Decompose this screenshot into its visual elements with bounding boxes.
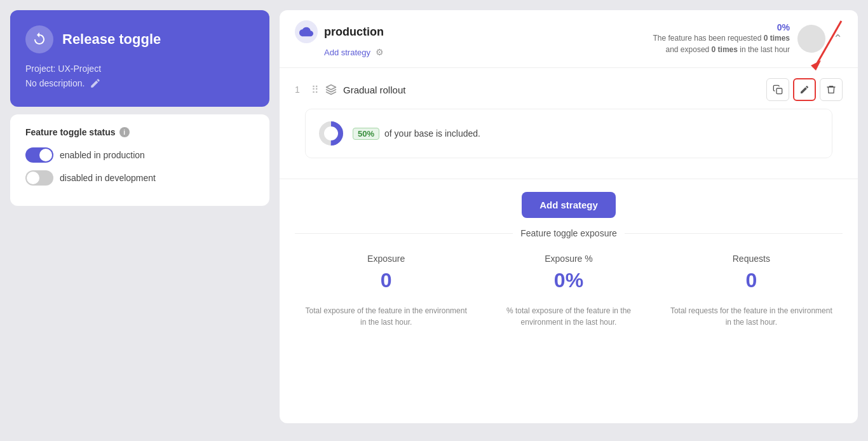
description-row: No description. bbox=[25, 78, 254, 89]
refresh-icon-circle bbox=[25, 25, 53, 53]
strategy-section: 1 ⠿ Gradual rollout bbox=[280, 68, 858, 179]
drag-icon[interactable]: ⠿ bbox=[311, 84, 319, 96]
stat-requests-value: 0 bbox=[670, 269, 832, 292]
edit-button-container bbox=[793, 78, 816, 101]
main-panel: production Add strategy ⚙ 0% The feature… bbox=[280, 10, 858, 423]
edit-strategy-button[interactable] bbox=[793, 78, 816, 101]
donut-chart bbox=[318, 121, 344, 146]
stat-requests-label: Requests bbox=[670, 254, 832, 264]
tag-icon bbox=[325, 84, 337, 95]
env-name: production bbox=[324, 25, 384, 39]
refresh-icon bbox=[32, 32, 47, 47]
toggle-row-production: enabled in production bbox=[25, 147, 254, 163]
chevron-up-icon[interactable]: ⌃ bbox=[833, 32, 843, 46]
edit-icon[interactable] bbox=[90, 78, 101, 89]
strategy-actions bbox=[766, 78, 843, 101]
page-title: Release toggle bbox=[62, 31, 161, 48]
delete-strategy-button[interactable] bbox=[820, 78, 843, 101]
row-number: 1 bbox=[295, 85, 305, 95]
trash-icon bbox=[826, 85, 836, 95]
add-strategy-button[interactable]: Add strategy bbox=[522, 192, 616, 218]
add-strategy-link[interactable]: Add strategy bbox=[324, 48, 370, 57]
svg-rect-0 bbox=[776, 88, 782, 94]
divider-line-right bbox=[625, 233, 843, 234]
description-text: No description. bbox=[25, 78, 85, 88]
header-card: Release toggle Project: UX-Project No de… bbox=[10, 10, 269, 107]
stat-exposure-value: 0 bbox=[305, 269, 467, 292]
divider-line-left bbox=[295, 233, 513, 234]
exposure-percent: 0% bbox=[653, 22, 790, 32]
development-toggle[interactable] bbox=[25, 170, 53, 186]
toggle-thumb-production bbox=[39, 149, 52, 161]
stat-exposure-desc: Total exposure of the feature in the env… bbox=[305, 305, 467, 328]
stats-grid: Exposure 0 Total exposure of the feature… bbox=[295, 254, 843, 328]
toggle-row-development: disabled in development bbox=[25, 170, 254, 186]
status-title-text: Feature toggle status bbox=[25, 127, 116, 137]
production-toggle[interactable] bbox=[25, 147, 53, 163]
stat-exposure-pct-label: Exposure % bbox=[487, 254, 649, 264]
cloud-icon-circle bbox=[295, 20, 318, 43]
env-strategy-row: Add strategy ⚙ bbox=[324, 47, 384, 57]
strategy-row: 1 ⠿ Gradual rollout bbox=[295, 78, 843, 101]
stat-exposure-pct-value: 0% bbox=[487, 269, 649, 292]
rollout-description: of your base is included. bbox=[384, 128, 480, 139]
cloud-icon bbox=[299, 25, 313, 39]
add-strategy-btn-container: Add strategy bbox=[280, 179, 858, 228]
status-title: Feature toggle status i bbox=[25, 127, 254, 137]
copy-strategy-button[interactable] bbox=[766, 78, 789, 101]
status-card: Feature toggle status i enabled in produ… bbox=[10, 114, 269, 206]
exposure-info: 0% The feature has been requested 0 time… bbox=[653, 22, 790, 55]
project-label: Project: UX-Project bbox=[25, 64, 254, 74]
exposure-section: Feature toggle exposure Exposure 0 Total… bbox=[280, 228, 858, 343]
stat-exposure-pct-desc: % total exposure of the feature in the e… bbox=[487, 305, 649, 328]
pencil-icon bbox=[799, 85, 810, 95]
env-header: production Add strategy ⚙ 0% The feature… bbox=[280, 10, 858, 68]
env-title-row: production bbox=[295, 20, 384, 43]
stat-requests: Requests 0 Total requests for the featur… bbox=[660, 254, 843, 328]
exposure-section-title: Feature toggle exposure bbox=[520, 228, 617, 238]
strategy-name: Gradual rollout bbox=[343, 85, 760, 95]
stat-requests-desc: Total requests for the feature in the en… bbox=[670, 305, 832, 328]
development-toggle-label: disabled in development bbox=[60, 173, 156, 183]
stat-exposure-label: Exposure bbox=[305, 254, 467, 264]
rollout-card: 50% of your base is included. bbox=[305, 109, 832, 158]
exposure-text: The feature has been requested 0 times a… bbox=[653, 32, 790, 55]
copy-icon bbox=[773, 85, 783, 95]
divider-label: Feature toggle exposure bbox=[295, 228, 843, 238]
info-icon: i bbox=[119, 127, 130, 137]
stat-exposure-pct: Exposure % 0% % total exposure of the fe… bbox=[477, 254, 660, 328]
production-toggle-label: enabled in production bbox=[60, 150, 145, 160]
env-left: production Add strategy ⚙ bbox=[295, 20, 384, 57]
avatar bbox=[797, 25, 825, 53]
rollout-percent-badge: 50% bbox=[353, 128, 379, 140]
toggle-thumb-development bbox=[27, 172, 39, 184]
left-panel: Release toggle Project: UX-Project No de… bbox=[10, 10, 269, 206]
env-right: 0% The feature has been requested 0 time… bbox=[653, 22, 843, 55]
stat-exposure: Exposure 0 Total exposure of the feature… bbox=[295, 254, 477, 328]
rollout-text: 50% of your base is included. bbox=[353, 128, 480, 140]
chain-icon: ⚙ bbox=[376, 47, 384, 57]
